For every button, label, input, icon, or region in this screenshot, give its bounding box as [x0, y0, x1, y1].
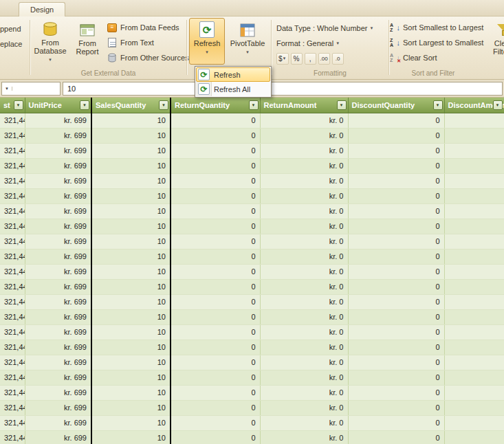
cell[interactable]: [444, 203, 504, 219]
cell[interactable]: 0: [171, 188, 260, 203]
formula-input[interactable]: 10: [63, 82, 503, 96]
cell[interactable]: 0: [171, 355, 260, 370]
cell[interactable]: 0: [348, 188, 444, 203]
cell[interactable]: [444, 385, 504, 400]
cell[interactable]: kr. 0: [260, 113, 348, 128]
sort-ascending-button[interactable]: AZ ↓ Sort Smallest to Largest: [390, 21, 483, 34]
cell[interactable]: [444, 264, 504, 279]
cell[interactable]: 0: [348, 385, 444, 400]
cell[interactable]: [444, 324, 504, 340]
cell[interactable]: kr. 0: [260, 294, 348, 309]
cell[interactable]: kr. 699: [25, 400, 91, 415]
cell[interactable]: 10: [91, 430, 171, 444]
cell[interactable]: 0: [348, 355, 444, 370]
paste-append-button[interactable]: ppend: [0, 22, 21, 36]
cell[interactable]: 321,44: [0, 264, 25, 279]
filter-button[interactable]: ▼: [493, 100, 503, 110]
cell[interactable]: kr. 0: [260, 400, 348, 415]
cell[interactable]: 0: [171, 324, 260, 340]
menu-item-refresh[interactable]: ⟳ Refresh: [196, 67, 270, 82]
cell[interactable]: [444, 370, 504, 385]
cell[interactable]: 10: [91, 385, 171, 400]
cell[interactable]: [444, 128, 504, 143]
cell[interactable]: kr. 699: [25, 234, 91, 249]
cell[interactable]: kr. 0: [260, 128, 348, 143]
cell[interactable]: 321,44: [0, 143, 25, 158]
cell[interactable]: 10: [91, 249, 171, 264]
cell[interactable]: [444, 249, 504, 264]
thousands-separator-button[interactable]: ,: [305, 53, 316, 65]
cell[interactable]: 10: [91, 309, 171, 324]
cell[interactable]: 0: [171, 340, 260, 355]
cell[interactable]: kr. 0: [260, 340, 348, 355]
paste-replace-button[interactable]: eplace: [0, 37, 22, 51]
cell[interactable]: kr. 0: [260, 309, 348, 324]
cell[interactable]: 10: [91, 188, 171, 203]
cell[interactable]: kr. 0: [260, 279, 348, 294]
cell[interactable]: kr. 699: [25, 309, 91, 324]
cell[interactable]: 0: [171, 113, 260, 128]
cell[interactable]: kr. 0: [260, 355, 348, 370]
cell[interactable]: kr. 699: [25, 219, 91, 234]
from-other-sources-button[interactable]: From Other Sources: [107, 51, 189, 65]
cell[interactable]: [444, 430, 504, 444]
cell[interactable]: 0: [171, 203, 260, 219]
cell[interactable]: kr. 0: [260, 370, 348, 385]
cell[interactable]: 10: [91, 294, 171, 309]
cell[interactable]: 321,44: [0, 355, 25, 370]
cell[interactable]: 0: [171, 309, 260, 324]
increase-decimal-button[interactable]: .00: [318, 53, 330, 65]
cell[interactable]: kr. 699: [25, 294, 91, 309]
cell[interactable]: 0: [348, 203, 444, 219]
cell[interactable]: [444, 279, 504, 294]
cell[interactable]: 0: [348, 370, 444, 385]
cell[interactable]: kr. 699: [25, 173, 91, 188]
cell[interactable]: 0: [348, 415, 444, 430]
cell[interactable]: 321,44: [0, 188, 25, 203]
cell[interactable]: [444, 219, 504, 234]
data-type-dropdown[interactable]: Data Type : Whole Number ▼: [276, 22, 373, 34]
filter-button[interactable]: ▼: [159, 100, 168, 110]
cell[interactable]: 0: [348, 294, 444, 309]
cell[interactable]: 0: [171, 264, 260, 279]
cell[interactable]: 0: [171, 234, 260, 249]
cell[interactable]: 0: [348, 279, 444, 294]
cell[interactable]: 321,44: [0, 158, 25, 173]
cell[interactable]: [444, 309, 504, 324]
cell[interactable]: [444, 188, 504, 203]
cell[interactable]: kr. 0: [260, 203, 348, 219]
cell[interactable]: 10: [91, 400, 171, 415]
cell[interactable]: 321,44: [0, 370, 25, 385]
cell[interactable]: 0: [348, 264, 444, 279]
cell[interactable]: [444, 294, 504, 309]
cell[interactable]: 321,44: [0, 113, 25, 128]
refresh-button[interactable]: ⟳ Refresh ▼: [189, 18, 225, 65]
cell[interactable]: kr. 699: [25, 158, 91, 173]
filter-button[interactable]: ▼: [337, 100, 347, 110]
cell[interactable]: 10: [91, 370, 171, 385]
cell[interactable]: kr. 699: [25, 143, 91, 158]
cell[interactable]: 0: [348, 219, 444, 234]
pivottable-button[interactable]: PivotTable ▼: [230, 18, 265, 65]
cell[interactable]: 321,44: [0, 234, 25, 249]
cell[interactable]: 0: [171, 294, 260, 309]
cell[interactable]: 10: [91, 113, 171, 128]
cell[interactable]: 0: [348, 128, 444, 143]
cell[interactable]: 321,44: [0, 128, 25, 143]
cell[interactable]: 10: [91, 340, 171, 355]
cell[interactable]: 0: [348, 430, 444, 444]
cell[interactable]: 0: [171, 219, 260, 234]
cell[interactable]: 10: [91, 128, 171, 143]
menu-item-refresh-all[interactable]: ⟳ Refresh All: [196, 82, 270, 96]
cell[interactable]: [444, 158, 504, 173]
cell[interactable]: [444, 173, 504, 188]
sort-descending-button[interactable]: ZA ↓ Sort Largest to Smallest: [390, 36, 483, 49]
cell[interactable]: kr. 0: [260, 173, 348, 188]
decrease-decimal-button[interactable]: .0: [332, 53, 344, 65]
name-box[interactable]: ▼: [1, 82, 61, 96]
cell[interactable]: [444, 113, 504, 128]
cell[interactable]: kr. 0: [260, 385, 348, 400]
cell[interactable]: kr. 699: [25, 415, 91, 430]
cell[interactable]: kr. 699: [25, 249, 91, 264]
column-header-discountamount[interactable]: DiscountAmount▼: [444, 98, 504, 113]
